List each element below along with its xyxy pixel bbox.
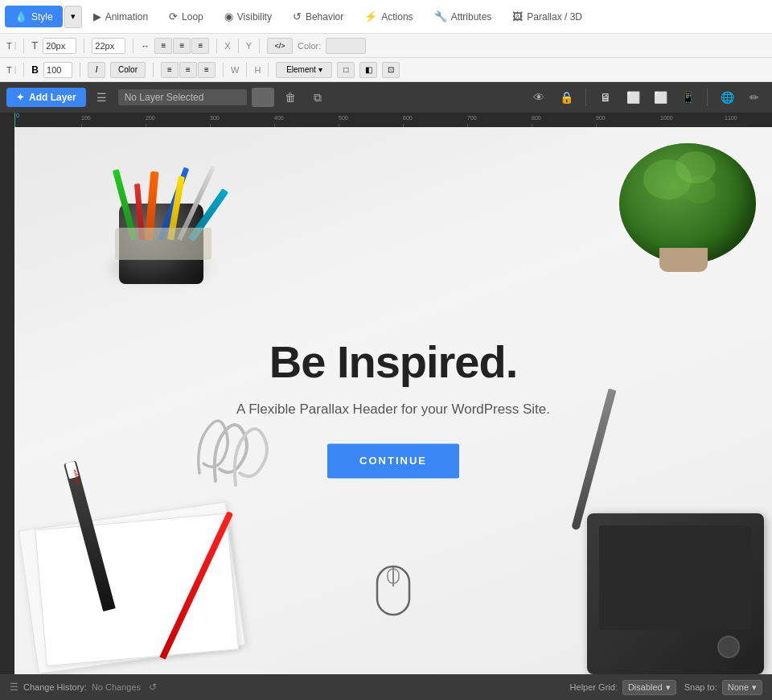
layer-bar: ✦ Add Layer ☰ No Layer Selected 🗑 ⧉ 👁 🔒 … — [0, 82, 772, 113]
align-center-btn[interactable]: ≡ — [173, 38, 191, 54]
y-label: Y — [246, 41, 252, 51]
color-picker-btn[interactable] — [326, 38, 366, 54]
plant-highlight3 — [676, 151, 716, 183]
align-left-btn[interactable]: ≡ — [154, 38, 172, 54]
tab-actions[interactable]: ⚡ Actions — [355, 6, 422, 27]
align-right-btn[interactable]: ≡ — [191, 38, 209, 54]
snap-to-item: Snap to: None ▾ — [684, 680, 762, 695]
eye-icon[interactable]: 👁 — [528, 86, 550, 109]
edit-icon[interactable]: ✏ — [743, 86, 766, 109]
desktop-icon[interactable]: 🖥 — [594, 86, 617, 109]
ruler-h-600: 600 — [403, 115, 413, 121]
mobile-icon[interactable]: 📱 — [676, 86, 699, 109]
tab-visibility-label: Visibility — [237, 11, 272, 23]
tab-visibility[interactable]: ◉ Visibility — [215, 6, 281, 27]
toolbar-row-2: T | B I Color ≡ ≡ ≡ W H Element ▾ □ ◧ ⊡ — [0, 58, 772, 82]
tab-attributes[interactable]: 🔧 Attributes — [425, 6, 502, 27]
extra-btn1[interactable]: □ — [337, 62, 355, 78]
tab-loop[interactable]: ⟳ Loop — [159, 6, 213, 27]
snap-to-value: None — [728, 682, 749, 692]
helper-grid-dropdown[interactable]: Disabled ▾ — [622, 680, 676, 695]
globe-icon[interactable]: 🌐 — [716, 86, 738, 109]
add-layer-label: Add Layer — [29, 92, 76, 103]
italic-btn[interactable]: I — [88, 62, 105, 78]
tab-dropdown[interactable]: ▾ — [64, 6, 82, 28]
sharpie-label: Sharpie — [65, 461, 79, 479]
hamburger-icon-status[interactable]: ☰ — [10, 681, 18, 693]
tab-parallax-label: Parallax / 3D — [527, 11, 582, 23]
ruler-h-400: 400 — [274, 115, 284, 121]
main-heading: Be Inspired. — [152, 337, 634, 387]
transform-dropdown[interactable]: Element ▾ — [276, 62, 332, 78]
delete-layer-icon[interactable]: 🗑 — [279, 86, 302, 109]
color-btn2[interactable]: Color — [110, 62, 146, 78]
add-layer-star-icon: ✦ — [16, 92, 24, 103]
no-layer-selected-text: No Layer Selected — [125, 92, 204, 103]
canvas-content: Be Inspired. A Flexible Parallax Header … — [14, 127, 772, 674]
text-align-group: ≡ ≡ ≡ — [154, 38, 209, 54]
add-layer-button[interactable]: ✦ Add Layer — [6, 88, 86, 107]
tab-animation-label: Animation — [105, 11, 148, 23]
ruler-h-labels: 0 100 200 300 400 500 600 700 800 900 10… — [14, 113, 772, 127]
code-view-btn[interactable]: </> — [267, 38, 293, 54]
text-align-group2: ≡ ≡ ≡ — [161, 62, 216, 78]
sep3 — [133, 39, 133, 53]
continue-button[interactable]: CONTINUE — [327, 443, 459, 478]
refresh-icon[interactable]: ↺ — [149, 681, 157, 693]
snap-to-chevron: ▾ — [752, 682, 757, 693]
lock-icon[interactable]: 🔒 — [555, 86, 577, 109]
tablet-button — [717, 636, 740, 658]
font-size-input[interactable] — [43, 38, 76, 54]
h-label: H — [254, 65, 261, 75]
tab-animation[interactable]: ▶ Animation — [84, 6, 158, 27]
tab-actions-label: Actions — [381, 11, 413, 23]
ruler-h-700: 700 — [467, 115, 477, 121]
bold-label: B — [31, 64, 39, 76]
tab-behavior[interactable]: ↺ Behavior — [283, 6, 353, 27]
layer-bar-divider1 — [585, 89, 586, 106]
tablet-landscape-icon[interactable]: ⬜ — [622, 86, 644, 109]
tab-attributes-label: Attributes — [451, 11, 492, 23]
layers-menu-icon[interactable]: ☰ — [91, 86, 113, 109]
line-height-input[interactable] — [92, 38, 125, 54]
plant-pot — [659, 248, 708, 272]
duplicate-layer-icon[interactable]: ⧉ — [306, 86, 329, 109]
tab-style[interactable]: 💧 Style — [5, 6, 63, 27]
font-weight-input[interactable] — [43, 62, 72, 78]
sep4 — [216, 39, 217, 53]
snap-to-label: Snap to: — [684, 682, 717, 692]
layer-color-box[interactable] — [252, 88, 274, 107]
sep5 — [238, 39, 239, 53]
toolbar-row-1: T | T ↔ ≡ ≡ ≡ X Y </> Color: — [0, 34, 772, 58]
helper-grid-label: Helper Grid: — [570, 682, 618, 692]
align-center-btn2[interactable]: ≡ — [179, 62, 197, 78]
behavior-icon: ↺ — [293, 10, 302, 23]
ruler-h-300: 300 — [210, 115, 220, 121]
letter-spacing-indicator: ↔ — [141, 41, 150, 51]
plant-bush — [619, 143, 756, 264]
extra-btn3[interactable]: ⊡ — [382, 62, 400, 78]
align-right-btn2[interactable]: ≡ — [198, 62, 216, 78]
tablet-icon[interactable]: ⬜ — [649, 86, 671, 109]
extra-btn2[interactable]: ◧ — [359, 62, 377, 78]
style-icon: 💧 — [14, 10, 27, 23]
top-navigation: 💧 Style ▾ ▶ Animation ⟳ Loop ◉ Visibilit… — [0, 0, 772, 34]
tab-parallax[interactable]: 🖼 Parallax / 3D — [503, 6, 592, 27]
sep12 — [268, 63, 269, 77]
w-label: W — [231, 65, 239, 75]
snap-to-dropdown[interactable]: None ▾ — [722, 680, 762, 695]
tab-loop-label: Loop — [182, 11, 203, 23]
align-left-btn2[interactable]: ≡ — [161, 62, 179, 78]
color-label: Color: — [298, 41, 321, 51]
sep10 — [223, 63, 224, 77]
plant-image — [615, 135, 760, 272]
ruler-h-800: 800 — [532, 115, 541, 121]
mouse-svg — [373, 562, 413, 627]
parallax-icon: 🖼 — [512, 10, 523, 23]
canvas-right: 0 100 200 300 400 500 600 700 800 900 10… — [14, 113, 772, 674]
ruler-left: 0 100 200 300 400 500 600 700 — [0, 113, 14, 674]
change-history-item: ☰ Change History: No Changes — [10, 681, 141, 693]
sep11 — [246, 63, 247, 77]
layer-name-field[interactable]: No Layer Selected — [118, 89, 247, 105]
paper-front — [35, 513, 239, 666]
